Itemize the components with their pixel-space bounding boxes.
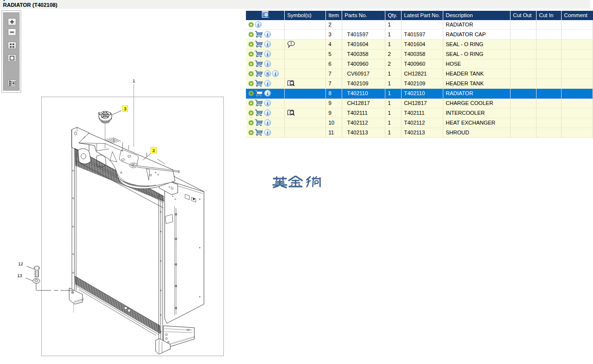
svg-text:1: 1 <box>133 78 135 83</box>
svg-text:i: i <box>267 91 269 96</box>
svg-text:i: i <box>267 120 269 126</box>
svg-text:i: i <box>275 71 276 77</box>
svg-text:i: i <box>267 61 269 67</box>
svg-text:13: 13 <box>17 273 22 278</box>
svg-text:i: i <box>267 32 269 37</box>
svg-text:i: i <box>267 101 269 106</box>
svg-text:12: 12 <box>18 261 23 266</box>
svg-text:i: i <box>267 81 269 86</box>
svg-text:S: S <box>266 71 269 77</box>
svg-text:2: 2 <box>153 148 155 153</box>
svg-text:3: 3 <box>124 106 126 111</box>
svg-text:i: i <box>267 110 269 116</box>
svg-text:i: i <box>267 52 269 57</box>
svg-text:i: i <box>267 42 269 47</box>
svg-text:i: i <box>267 130 269 135</box>
svg-text:i: i <box>258 22 259 27</box>
